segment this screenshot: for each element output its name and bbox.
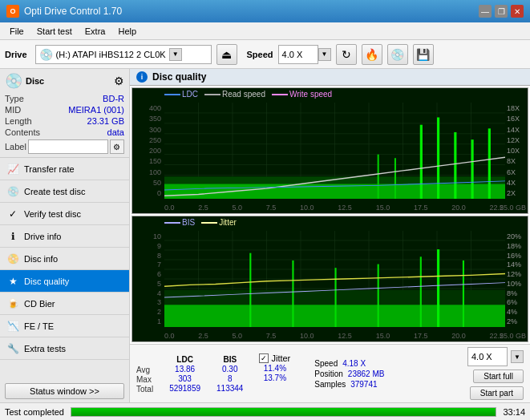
verify-test-disc-label: Verify test disc — [24, 209, 81, 219]
speed-dropdown-arrow[interactable]: ▼ — [318, 48, 331, 61]
menu-start-test[interactable]: Start test — [30, 25, 79, 38]
write-speed-legend-line — [272, 94, 288, 95]
sidebar-item-transfer-rate[interactable]: 📈 Transfer rate — [0, 158, 129, 180]
verify-test-disc-icon: ✓ — [6, 208, 19, 220]
stats-bis-header: BIS — [216, 355, 243, 364]
disc-panel-icon: 💿 — [5, 72, 22, 90]
drive-info-label: Drive info — [24, 232, 61, 241]
window-controls: — ❐ ✕ — [479, 5, 524, 18]
svg-rect-23 — [471, 139, 474, 199]
create-test-disc-label: Create test disc — [24, 187, 85, 196]
status-window-button[interactable]: Status window >> — [5, 383, 124, 399]
ldc-chart-legend: LDC Read speed Write speed — [164, 90, 332, 99]
stats-jitter-avg: 11.4% — [259, 364, 290, 373]
drive-value: (H:) ATAPI iHBS112 2 CL0K — [56, 50, 166, 59]
menu-help[interactable]: Help — [111, 25, 143, 38]
extra-tests-icon: 🔧 — [6, 342, 19, 355]
drive-icon: 💿 — [39, 48, 53, 61]
app-title: Opti Drive Control 1.70 — [24, 6, 479, 17]
write-speed-legend-label: Write speed — [289, 90, 332, 99]
fe-te-icon: 📉 — [6, 320, 19, 333]
disc-quality-label: Disc quality — [24, 277, 69, 286]
close-button[interactable]: ✕ — [511, 5, 524, 18]
ldc-y-axis-left: 400 350 300 250 200 150 100 50 0 — [132, 104, 163, 197]
position-row: Position 23862 MB — [314, 370, 384, 378]
toolbar: Drive 💿 (H:) ATAPI iHBS112 2 CL0K ▼ ⏏ Sp… — [0, 40, 530, 69]
jitter-check-row: ✓ Jitter — [259, 353, 290, 363]
stats-speed-select[interactable]: 4.0 X — [467, 347, 508, 366]
disc-length-row: Length 23.31 GB — [5, 115, 124, 127]
stats-speed-dropdown-arrow[interactable]: ▼ — [511, 350, 524, 363]
svg-rect-53 — [463, 260, 464, 327]
disc-contents-row: Contents data — [5, 127, 124, 138]
ldc-chart-svg — [164, 103, 505, 199]
sidebar-item-verify-test-disc[interactable]: ✓ Verify test disc — [0, 203, 129, 225]
bis-legend-line — [164, 222, 180, 224]
charts-area: LDC Read speed Write speed 400 350 30 — [130, 86, 530, 344]
disc-quality-title: Disc quality — [152, 71, 206, 83]
disc-type-label: Type — [5, 94, 24, 103]
app-icon: O — [6, 5, 19, 18]
sidebar-item-drive-info[interactable]: ℹ Drive info — [0, 225, 129, 248]
disc-quality-icon: ★ — [6, 275, 19, 288]
menu-bar: File Start test Extra Help — [0, 22, 530, 40]
stats-jitter: ✓ Jitter 11.4% 13.7% — [259, 353, 290, 394]
disc-panel: 💿 Disc ⚙ Type BD-R MID MEIRA1 (001) Leng… — [0, 69, 129, 158]
jitter-checkbox[interactable]: ✓ — [259, 353, 269, 363]
stats-labels: Avg Max Total — [136, 353, 153, 394]
svg-rect-50 — [378, 265, 379, 327]
ldc-legend-line — [164, 94, 180, 95]
drive-info-icon: ℹ — [6, 230, 19, 243]
disc-button[interactable]: 💿 — [387, 44, 408, 65]
disc-label-input[interactable] — [28, 139, 108, 154]
svg-rect-21 — [437, 117, 439, 199]
eject-button[interactable]: ⏏ — [216, 44, 237, 65]
disc-info-icon: 📀 — [6, 252, 19, 265]
disc-label-label: Label — [5, 142, 26, 151]
sidebar-item-disc-quality[interactable]: ★ Disc quality — [0, 270, 129, 293]
save-button[interactable]: 💾 — [413, 44, 434, 65]
drive-dropdown-arrow[interactable]: ▼ — [169, 48, 182, 61]
disc-panel-title: Disc — [26, 76, 44, 86]
ldc-x-axis: 0.0 2.5 5.0 7.5 10.0 12.5 15.0 17.5 20.0… — [164, 204, 504, 212]
disc-type-value: BD-R — [103, 94, 124, 103]
menu-file[interactable]: File — [3, 25, 30, 38]
stats-jitter-max: 13.7% — [259, 374, 290, 382]
burn-button[interactable]: 🔥 — [362, 44, 382, 65]
stats-bis: BIS 0.30 8 113344 — [216, 355, 243, 393]
minimize-button[interactable]: — — [479, 5, 492, 18]
write-speed-legend-item: Write speed — [272, 90, 332, 99]
menu-extra[interactable]: Extra — [79, 25, 112, 38]
transfer-rate-icon: 📈 — [6, 163, 19, 176]
status-text: Test completed — [5, 407, 64, 417]
maximize-button[interactable]: ❐ — [495, 5, 508, 18]
speed-label: Speed — [314, 359, 338, 368]
ldc-legend-item: LDC — [164, 90, 198, 99]
svg-rect-52 — [437, 249, 439, 327]
disc-length-value: 23.31 GB — [87, 116, 124, 126]
refresh-button[interactable]: ↻ — [336, 44, 357, 65]
start-full-button[interactable]: Start full — [473, 370, 524, 383]
stats-ldc-max: 303 — [169, 374, 200, 383]
disc-settings-icon[interactable]: ⚙ — [114, 75, 124, 87]
main-content: 💿 Disc ⚙ Type BD-R MID MEIRA1 (001) Leng… — [0, 69, 530, 402]
disc-length-label: Length — [5, 116, 32, 126]
start-part-button[interactable]: Start part — [470, 386, 524, 400]
sidebar-item-extra-tests[interactable]: 🔧 Extra tests — [0, 337, 129, 360]
right-content: i Disc quality LDC Read speed — [130, 69, 530, 402]
stats-ldc-header: LDC — [169, 355, 200, 364]
sidebar-item-create-test-disc[interactable]: 💿 Create test disc — [0, 180, 129, 203]
disc-quality-header-icon: i — [136, 71, 148, 83]
drive-select[interactable]: 💿 (H:) ATAPI iHBS112 2 CL0K ▼ — [35, 45, 212, 64]
bis-x-label: 25.0 GB — [500, 332, 526, 340]
jitter-legend-line — [201, 222, 217, 224]
sidebar-item-cd-bier[interactable]: 🍺 CD Bier — [0, 293, 129, 315]
disc-mid-label: MID — [5, 105, 21, 115]
total-label: Total — [136, 385, 153, 394]
fe-te-label: FE / TE — [24, 321, 54, 331]
disc-label-button[interactable]: ⚙ — [110, 139, 124, 154]
bis-y-axis-right: 20% 18% 16% 14% 12% 10% 8% 6% 4% 2% — [505, 232, 528, 325]
sidebar-item-fe-te[interactable]: 📉 FE / TE — [0, 315, 129, 337]
sidebar-item-disc-info[interactable]: 📀 Disc info — [0, 248, 129, 270]
position-value: 23862 MB — [348, 370, 385, 378]
